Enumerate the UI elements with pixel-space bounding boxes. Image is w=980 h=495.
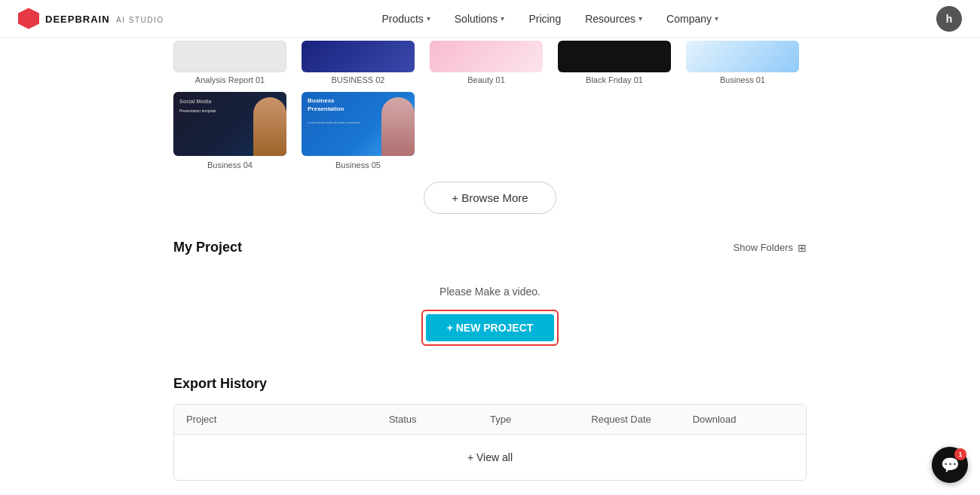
nav-menu: Products ▾ Solutions ▾ Pricing Resources… xyxy=(382,13,718,25)
template-top-row: Analysis Report 01 BUSINESS 02 Beauty 01… xyxy=(173,38,807,84)
template-bottom-row: Social Media Presentation template Busin… xyxy=(173,92,807,170)
new-project-wrapper: + NEW PROJECT xyxy=(421,310,559,346)
navbar: DEEPBRAIN AI STUDIO Products ▾ Solutions… xyxy=(0,0,980,38)
main-content: Analysis Report 01 BUSINESS 02 Beauty 01… xyxy=(0,38,980,495)
my-project-header: My Project Show Folders ⊞ xyxy=(173,240,807,255)
new-project-button[interactable]: + NEW PROJECT xyxy=(426,314,555,341)
empty-state-text: Please Make a video. xyxy=(439,286,541,298)
card-label: Black Friday 01 xyxy=(586,75,643,84)
my-project-title: My Project xyxy=(173,240,242,255)
col-type: Type xyxy=(490,414,591,425)
nav-products[interactable]: Products ▾ xyxy=(382,13,430,25)
card-label: BUSINESS 02 xyxy=(332,75,385,84)
card-label: Beauty 01 xyxy=(467,75,505,84)
export-table-header: Project Status Type Request Date Downloa… xyxy=(174,405,806,435)
export-history-section: Export History Project Status Type Reque… xyxy=(173,376,807,481)
my-project-empty-state: Please Make a video. + NEW PROJECT xyxy=(173,267,807,370)
figure-silhouette xyxy=(253,97,286,156)
export-history-header: Export History xyxy=(173,376,807,392)
col-status: Status xyxy=(389,414,490,425)
nav-pricing[interactable]: Pricing xyxy=(528,13,561,25)
card-label: Business 01 xyxy=(720,75,765,84)
thumb-overlay-text2: BusinessPresentation xyxy=(308,96,381,113)
template-card-business04[interactable]: Social Media Presentation template Busin… xyxy=(173,92,286,170)
export-table-body: + View all xyxy=(174,435,806,480)
col-download: Download xyxy=(693,414,794,425)
col-project: Project xyxy=(186,414,389,425)
view-all-button[interactable]: + View all xyxy=(467,451,513,463)
show-folders-button[interactable]: Show Folders ⊞ xyxy=(733,242,807,254)
nav-company[interactable]: Company ▾ xyxy=(666,13,718,25)
template-card-analysis: Analysis Report 01 xyxy=(173,41,286,84)
thumb-overlay-text: Social Media xyxy=(179,98,253,105)
chat-badge: 1 xyxy=(954,448,966,460)
avatar[interactable]: h xyxy=(936,6,962,32)
template-card-business01: Business 01 xyxy=(686,41,799,84)
navbar-right: h xyxy=(936,6,962,32)
chevron-down-icon: ▾ xyxy=(501,14,504,23)
export-history-title: Export History xyxy=(173,376,267,392)
nav-resources[interactable]: Resources ▾ xyxy=(585,13,642,25)
chevron-down-icon: ▾ xyxy=(427,14,430,23)
template-card-blackfriday: Black Friday 01 xyxy=(558,41,671,84)
template-card-beauty: Beauty 01 xyxy=(430,41,543,84)
nav-solutions[interactable]: Solutions ▾ xyxy=(455,13,505,25)
template-card-business05[interactable]: BusinessPresentation Lorem ipsum dolor s… xyxy=(302,92,415,170)
card-label: Business 05 xyxy=(335,160,381,170)
export-table: Project Status Type Request Date Downloa… xyxy=(173,404,807,481)
logo-text: DEEPBRAIN AI STUDIO xyxy=(45,12,164,26)
col-request-date: Request Date xyxy=(591,414,692,425)
template-card-business02: BUSINESS 02 xyxy=(302,41,415,84)
chevron-down-icon: ▾ xyxy=(715,14,718,23)
card-label: Business 04 xyxy=(207,160,253,170)
chat-bubble[interactable]: 💬 1 xyxy=(932,447,968,483)
chevron-down-icon: ▾ xyxy=(639,14,642,23)
logo-icon xyxy=(18,8,39,29)
browse-more-button[interactable]: + Browse More xyxy=(424,182,556,214)
folder-icon: ⊞ xyxy=(798,242,807,254)
browse-more-section: + Browse More xyxy=(173,182,807,214)
card-label: Analysis Report 01 xyxy=(195,75,265,84)
figure-silhouette2 xyxy=(381,97,415,156)
my-project-section: My Project Show Folders ⊞ Please Make a … xyxy=(173,232,807,370)
logo-area: DEEPBRAIN AI STUDIO xyxy=(18,8,164,29)
